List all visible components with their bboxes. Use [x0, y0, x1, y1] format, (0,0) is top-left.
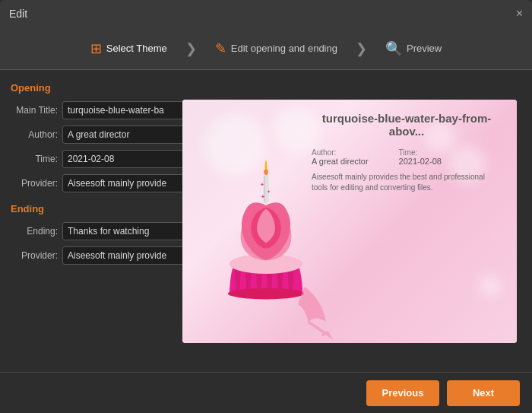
next-button[interactable]: Next	[447, 380, 520, 406]
main-title-row: Main Title:	[11, 101, 164, 119]
title-bar: Edit ×	[0, 0, 532, 27]
preview-author-value: A great director	[312, 157, 369, 166]
author-label: Author:	[11, 129, 58, 140]
content-area: Opening Main Title: Author: Time: Provid…	[0, 70, 532, 372]
author-col: Author: A great director	[312, 148, 369, 166]
previous-button[interactable]: Previous	[366, 380, 439, 406]
nav-item-preview[interactable]: 🔍 Preview	[375, 36, 452, 62]
provider-input[interactable]	[62, 174, 187, 192]
ending-label: Ending:	[11, 226, 58, 237]
time-row: Time:	[11, 150, 164, 168]
time-label: Time:	[11, 154, 58, 164]
time-input[interactable]	[62, 150, 187, 168]
preview-title: turquoise-blue-water-bay-from-abov...	[312, 112, 502, 138]
nav-arrow-2: ❯	[356, 40, 367, 57]
preview-author-label: Author:	[312, 148, 369, 157]
ending-section-title: Ending	[11, 203, 164, 214]
nav-label-select-theme: Select Theme	[106, 43, 167, 54]
nav-item-edit-opening[interactable]: ✎ Edit opening and ending	[204, 36, 348, 62]
ending-provider-input[interactable]	[62, 246, 187, 265]
preview-icon: 🔍	[385, 40, 402, 57]
preview-area: ✦ ✦ ✦ turquoise-blue-water-bay-from-abov…	[182, 100, 517, 343]
preview-overlay: turquoise-blue-water-bay-from-abov... Au…	[182, 100, 517, 343]
provider-label: Provider:	[11, 178, 58, 189]
bottom-bar: Previous Next	[0, 372, 532, 413]
provider-row: Provider:	[11, 174, 164, 192]
opening-section-title: Opening	[11, 82, 164, 94]
window-title: Edit	[9, 8, 27, 20]
preview-description: Aiseesoft mainly provides the best and p…	[312, 172, 502, 193]
author-input[interactable]	[62, 125, 187, 144]
edit-window: Edit × ⊞ Select Theme ❯ ✎ Edit opening a…	[0, 0, 532, 413]
main-title-label: Main Title:	[11, 105, 58, 116]
close-button[interactable]: ×	[516, 8, 523, 20]
nav-item-select-theme[interactable]: ⊞ Select Theme	[80, 36, 178, 62]
ending-provider-label: Provider:	[11, 250, 58, 261]
edit-icon: ✎	[215, 40, 226, 57]
preview-time-label: Time:	[399, 148, 442, 157]
right-panel: ✦ ✦ ✦ turquoise-blue-water-bay-from-abov…	[175, 70, 532, 372]
left-panel: Opening Main Title: Author: Time: Provid…	[0, 70, 175, 372]
author-row: Author:	[11, 125, 164, 144]
preview-meta: Author: A great director Time: 2021-02-0…	[312, 148, 502, 166]
nav-arrow-1: ❯	[185, 40, 197, 57]
time-col: Time: 2021-02-08	[399, 148, 442, 166]
theme-icon: ⊞	[90, 40, 102, 57]
nav-label-edit-opening: Edit opening and ending	[231, 43, 337, 54]
ending-input[interactable]	[62, 222, 187, 240]
ending-provider-row: Provider:	[11, 246, 164, 265]
main-title-input[interactable]	[62, 101, 187, 119]
nav-label-preview: Preview	[407, 43, 442, 54]
ending-row: Ending:	[11, 222, 164, 240]
nav-bar: ⊞ Select Theme ❯ ✎ Edit opening and endi…	[0, 27, 532, 70]
preview-time-value: 2021-02-08	[399, 157, 442, 166]
